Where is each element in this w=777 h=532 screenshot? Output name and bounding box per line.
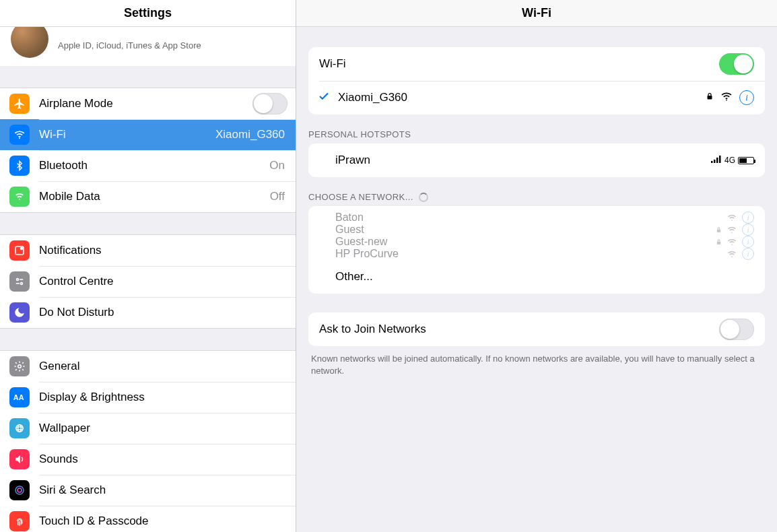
row-label: Do Not Disturb <box>39 306 288 319</box>
bluetooth-icon <box>9 156 30 176</box>
svg-point-11 <box>16 427 24 430</box>
wifi-switch[interactable] <box>719 53 754 75</box>
detail-title: Wi-Fi <box>296 0 777 27</box>
hotspot-signal-label: 4G <box>724 156 735 165</box>
sidebar-group-general: General AA Display & Brightness Wallpape… <box>0 350 296 532</box>
lock-icon <box>706 92 714 104</box>
sidebar-item-general[interactable]: General <box>0 351 296 382</box>
networks-faded-list: Baton i Guest i Guest-new i HP ProCurve … <box>308 209 765 260</box>
svg-point-14 <box>18 488 22 492</box>
row-value: Xiaomi_G360 <box>215 128 285 141</box>
wifi-signal-icon <box>720 92 733 104</box>
row-label: Display & Brightness <box>39 391 288 404</box>
svg-point-16 <box>726 100 727 101</box>
avatar <box>11 27 48 58</box>
touchid-icon <box>9 511 30 531</box>
svg-text:AA: AA <box>13 393 24 401</box>
network-row[interactable]: Guest i <box>335 224 754 236</box>
sidebar-group-notifications: Notifications Control Centre Do Not Dist… <box>0 234 296 329</box>
row-label: Notifications <box>39 244 288 257</box>
svg-point-1 <box>19 199 20 200</box>
wifi-main-section: Wi-Fi Xiaomi_G360 i <box>308 47 765 114</box>
network-row[interactable]: Guest-new i <box>335 236 754 248</box>
info-button[interactable]: i <box>742 224 754 236</box>
airplane-switch[interactable] <box>252 93 288 114</box>
svg-point-12 <box>18 425 22 432</box>
wifi-signal-icon <box>727 238 737 246</box>
sidebar-title: Settings <box>0 0 296 27</box>
info-button[interactable]: i <box>742 211 754 224</box>
network-row[interactable]: HP ProCurve i <box>335 248 754 260</box>
svg-rect-18 <box>714 160 716 163</box>
ask-join-row[interactable]: Ask to Join Networks <box>308 312 765 346</box>
wifi-toggle-row[interactable]: Wi-Fi <box>308 47 765 81</box>
row-value: On <box>269 159 285 172</box>
networks-section: Baton i Guest i Guest-new i HP ProCurve … <box>308 206 765 294</box>
info-button[interactable]: i <box>742 248 754 260</box>
svg-point-10 <box>16 425 24 432</box>
sidebar-group-connectivity: Airplane Mode Wi-Fi Xiaomi_G360 Bluetoot… <box>0 88 296 213</box>
lock-icon <box>716 226 722 234</box>
row-label: Wi-Fi <box>39 128 215 141</box>
sidebar-item-sounds[interactable]: Sounds <box>0 444 296 475</box>
row-label: Control Centre <box>39 275 288 288</box>
choose-network-header: CHOOSE A NETWORK... <box>296 177 777 206</box>
network-name: Guest <box>335 224 716 236</box>
airplane-icon <box>9 94 30 114</box>
sidebar-item-wifi[interactable]: Wi-Fi Xiaomi_G360 <box>0 119 296 150</box>
svg-rect-15 <box>708 96 712 100</box>
svg-rect-20 <box>719 156 721 163</box>
hotspots-section: iPrawn 4G <box>308 143 765 177</box>
svg-point-23 <box>731 232 733 233</box>
row-label: General <box>39 360 288 373</box>
row-label: Touch ID & Passcode <box>39 514 288 528</box>
ask-join-switch[interactable] <box>719 319 754 340</box>
hotspot-row[interactable]: iPrawn 4G <box>308 143 765 177</box>
ask-join-label: Ask to Join Networks <box>319 323 719 336</box>
svg-point-25 <box>731 244 733 245</box>
svg-rect-19 <box>716 158 718 163</box>
info-button[interactable]: i <box>739 90 754 105</box>
svg-point-26 <box>731 256 733 257</box>
row-value: Off <box>270 190 285 203</box>
hotspot-name: iPrawn <box>335 154 711 167</box>
lock-icon <box>716 238 722 246</box>
sidebar-item-control-centre[interactable]: Control Centre <box>0 266 296 297</box>
detail-pane: Wi-Fi Wi-Fi Xiaomi_G360 <box>296 0 777 532</box>
wifi-toggle-label: Wi-Fi <box>319 57 719 71</box>
wifi-signal-icon <box>727 226 737 234</box>
sidebar-item-display[interactable]: AA Display & Brightness <box>0 382 296 413</box>
row-label: Wallpaper <box>39 422 288 435</box>
control-centre-icon <box>9 271 30 292</box>
sidebar-item-dnd[interactable]: Do Not Disturb <box>0 297 296 328</box>
row-label: Mobile Data <box>39 190 270 203</box>
svg-point-3 <box>20 247 24 251</box>
notifications-icon <box>9 240 30 261</box>
wallpaper-icon <box>9 418 30 438</box>
sidebar-item-mobile-data[interactable]: Mobile Data Off <box>0 181 296 212</box>
sidebar-item-bluetooth[interactable]: Bluetooth On <box>0 150 296 181</box>
battery-icon <box>738 157 754 164</box>
sidebar-item-touchid[interactable]: Touch ID & Passcode <box>0 506 296 532</box>
sounds-icon <box>9 449 30 469</box>
sidebar-item-notifications[interactable]: Notifications <box>0 235 296 266</box>
sidebar-item-account[interactable]: Apple ID, iCloud, iTunes & App Store <box>0 27 296 66</box>
network-name: Guest-new <box>335 236 716 248</box>
sidebar-item-airplane[interactable]: Airplane Mode <box>0 88 296 119</box>
row-label: Siri & Search <box>39 484 288 497</box>
other-network-row[interactable]: Other... <box>308 260 765 294</box>
row-label: Bluetooth <box>39 159 269 172</box>
connected-network-row[interactable]: Xiaomi_G360 i <box>308 81 765 114</box>
sidebar-item-wallpaper[interactable]: Wallpaper <box>0 413 296 444</box>
svg-point-4 <box>17 279 19 281</box>
info-button[interactable]: i <box>742 236 754 248</box>
sidebar-item-siri[interactable]: Siri & Search <box>0 475 296 506</box>
row-label: Airplane Mode <box>39 97 252 110</box>
ask-join-section: Ask to Join Networks <box>308 312 765 346</box>
svg-point-13 <box>15 486 24 494</box>
ask-join-help: Known networks will be joined automatica… <box>296 346 777 384</box>
network-row[interactable]: Baton i <box>335 211 754 224</box>
wifi-signal-icon <box>727 251 737 258</box>
svg-rect-17 <box>711 161 713 163</box>
settings-sidebar: Settings Apple ID, iCloud, iTunes & App … <box>0 0 296 532</box>
